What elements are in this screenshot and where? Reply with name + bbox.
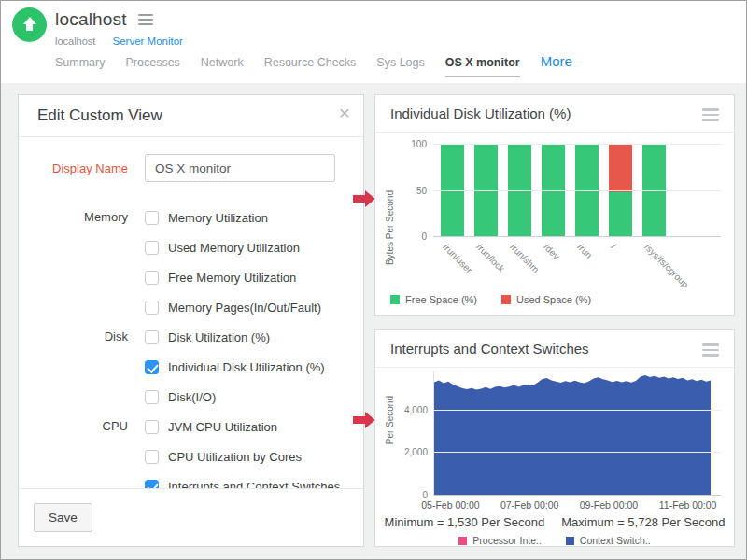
legend-label: Free Space (%) [405, 294, 477, 305]
y-tick-label: 4,000 [404, 404, 428, 414]
tab-summary[interactable]: Summary [55, 56, 105, 69]
gridline [434, 410, 721, 411]
checkbox-row: Memory Pages(In/Out/Fault) [19, 292, 363, 322]
legend-swatch [458, 537, 467, 545]
checkbox-memory-pages-in-out-fault[interactable] [145, 301, 159, 315]
y-tick-label: 50 [416, 185, 427, 195]
pointer-arrow-icon [353, 190, 375, 207]
monitor-header: localhost localhost Server Monitor Summa… [1, 1, 746, 83]
chart-title: Individual Disk Utilization (%) [390, 105, 571, 121]
x-tick-label: 05-Feb 00:00 [421, 499, 479, 511]
checkbox-disk-utilization[interactable] [145, 330, 159, 344]
legend-swatch [501, 295, 511, 304]
metric-checkbox-groups: MemoryMemory UtilizationUsed Memory Util… [19, 203, 363, 488]
save-button[interactable]: Save [34, 503, 92, 532]
checkbox-label: Memory Utilization [168, 211, 268, 225]
checkbox-label: Individual Disk Utilization (%) [168, 360, 325, 374]
group-label-disk: Disk [19, 322, 128, 352]
checkbox-row: Free Memory Utilization [19, 262, 363, 292]
legend-label: Processor Inte.. [472, 535, 542, 546]
checkbox-row: Used Memory Utilization [19, 232, 363, 262]
x-tick-label: /run/shm [508, 242, 541, 274]
checkbox-disk-i-o[interactable] [145, 390, 159, 404]
x-tick-label: /run/lock [474, 242, 507, 274]
min-stat: Minimum = 1,530 Per Second [385, 515, 545, 529]
checkbox-row: CPUJVM CPU Utilization [19, 412, 363, 441]
y-tick-label: 0 [422, 490, 428, 500]
checkbox-cpu-utilization-by-cores[interactable] [145, 450, 159, 464]
tab-more[interactable]: More [541, 53, 572, 69]
area-series [434, 371, 711, 495]
app-window: localhost localhost Server Monitor Summa… [0, 0, 747, 560]
checkbox-label: Memory Pages(In/Out/Fault) [168, 301, 321, 315]
x-tick-label: /dev [542, 242, 561, 261]
breadcrumb-host[interactable]: localhost [55, 35, 95, 47]
y-axis-label: Per Second [385, 396, 396, 444]
checkbox-row: CPU Utilization by Cores [19, 441, 363, 471]
x-tick-label: / [609, 242, 618, 251]
x-tick-label: /sys/fs/cgroup [642, 242, 690, 289]
chart-menu-icon[interactable] [702, 108, 719, 121]
y-tick-label: 2,000 [404, 447, 428, 457]
disk-utilization-chart-card: Individual Disk Utilization (%) Bytes Pe… [374, 94, 735, 316]
used-space-segment [609, 144, 632, 192]
x-tick-label: 11-Feb 00:00 [659, 499, 717, 511]
tab-network[interactable]: Network [201, 56, 244, 69]
group-label-cpu: CPU [19, 412, 128, 441]
tab-bar: SummaryProcessesNetworkResource ChecksSy… [55, 53, 572, 77]
area-chart-plot: 02,0004,000 [433, 371, 721, 496]
close-icon[interactable]: × [339, 103, 350, 122]
display-name-input[interactable] [145, 154, 335, 182]
chart-card-header: Individual Disk Utilization (%) [375, 95, 734, 133]
dialog-footer: Save [19, 488, 363, 546]
max-stat: Maximum = 5,728 Per Second [561, 515, 725, 529]
legend-item-used-space: Used Space (%) [501, 294, 591, 305]
checkbox-memory-utilization[interactable] [145, 211, 159, 225]
legend-item-free-space: Free Space (%) [390, 294, 477, 305]
checkbox-row: Disk(I/O) [19, 382, 363, 412]
tab-sys-logs[interactable]: Sys Logs [376, 56, 424, 69]
checkbox-interrupts-and-context-switches[interactable] [145, 480, 159, 489]
title-menu-icon[interactable] [138, 14, 153, 25]
chart-legend: Free Space (%)Used Space (%) [390, 294, 591, 305]
checkbox-used-memory-utilization[interactable] [145, 241, 159, 255]
interrupts-chart-card: Interrupts and Context Switches Per Seco… [374, 329, 735, 547]
x-tick-label: /run [575, 242, 594, 260]
checkbox-label: Disk Utilization (%) [168, 330, 270, 344]
display-name-row: Display Name [19, 154, 363, 182]
checkbox-label: JVM CPU Utilization [168, 420, 277, 434]
dialog-header: Edit Custom View × [19, 95, 363, 137]
checkbox-free-memory-utilization[interactable] [145, 271, 159, 285]
checkbox-label: Used Memory Utilization [168, 241, 300, 255]
tab-resource-checks[interactable]: Resource Checks [264, 56, 357, 69]
free-space-segment [609, 192, 632, 236]
gridline [433, 190, 721, 191]
breadcrumb-monitor-type[interactable]: Server Monitor [112, 35, 182, 47]
x-tick-label: 07-Feb 00:00 [500, 499, 558, 511]
x-axis-labels: 05-Feb 00:0007-Feb 00:0009-Feb 00:0011-F… [433, 499, 721, 512]
chart-menu-icon[interactable] [702, 343, 719, 357]
legend-swatch [566, 537, 574, 545]
checkbox-label: Interrupts and Context Switches [168, 480, 340, 489]
legend-item-context-switch: Context Switch.. [566, 535, 651, 546]
dialog-title: Edit Custom View [37, 106, 162, 125]
gridline [433, 144, 721, 145]
x-tick-label: 09-Feb 00:00 [580, 499, 638, 511]
chart-stats: Minimum = 1,530 Per Second Maximum = 5,7… [375, 515, 734, 529]
legend-label: Context Switch.. [580, 535, 651, 546]
chart-card-header: Interrupts and Context Switches [375, 330, 734, 368]
tab-os-x-monitor[interactable]: OS X monitor [445, 56, 520, 77]
y-tick-label: 0 [421, 231, 427, 242]
up-arrow-icon [12, 17, 47, 31]
page-title: localhost [55, 9, 127, 30]
checkbox-individual-disk-utilization[interactable] [145, 360, 159, 374]
edit-custom-view-dialog: Edit Custom View × Display Name MemoryMe… [18, 94, 364, 547]
tab-processes[interactable]: Processes [125, 56, 179, 69]
checkbox-jvm-cpu-utilization[interactable] [145, 420, 159, 434]
display-name-label: Display Name [19, 161, 128, 175]
pointer-arrow-icon [353, 412, 375, 428]
checkbox-row: DiskDisk Utilization (%) [19, 322, 363, 352]
chart-title: Interrupts and Context Switches [390, 341, 589, 357]
dialog-body: Display Name MemoryMemory UtilizationUse… [19, 137, 363, 488]
breadcrumb: localhost Server Monitor [55, 35, 183, 47]
